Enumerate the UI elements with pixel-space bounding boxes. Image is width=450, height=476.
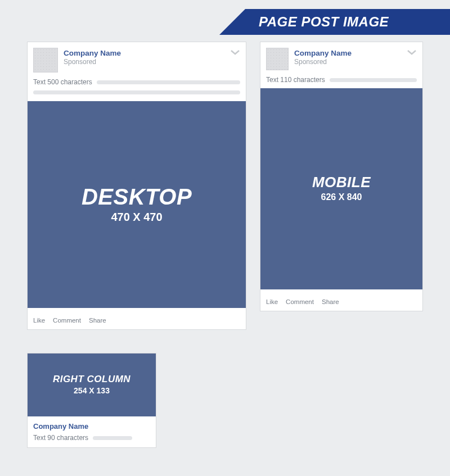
company-name[interactable]: Company Name (33, 422, 150, 430)
image-title: DESKTOP (82, 185, 192, 208)
text-bar-icon (93, 436, 132, 440)
image-title: MOBILE (312, 175, 371, 189)
card-right-column: RIGHT COLUMN 254 X 133 Company Name Text… (27, 353, 156, 448)
text-char-label: Text 90 characters (33, 434, 88, 442)
text-char-label: Text 110 characters (266, 76, 325, 84)
post-header: Company Name Sponsored (33, 48, 240, 72)
chevron-down-icon[interactable] (230, 49, 240, 56)
name-block: Company Name Sponsored (294, 48, 352, 66)
card-mobile: Company Name Sponsored Text 110 characte… (260, 42, 423, 311)
image-dimensions: 626 X 840 (321, 192, 362, 202)
cards-row: Company Name Sponsored Text 500 characte… (27, 42, 423, 330)
post-actions: Like Comment Share (266, 297, 417, 305)
image-dimensions: 254 X 133 (74, 386, 110, 396)
image-placeholder-mobile: MOBILE 626 X 840 (260, 88, 422, 289)
text-bar-icon (33, 90, 240, 94)
name-block: Company Name Sponsored (64, 48, 121, 66)
text-char-line: Text 110 characters (266, 76, 417, 84)
comment-link[interactable]: Comment (53, 317, 81, 324)
avatar-placeholder (33, 48, 58, 72)
sponsored-label: Sponsored (64, 58, 121, 66)
company-name[interactable]: Company Name (294, 49, 352, 58)
like-link[interactable]: Like (33, 317, 45, 324)
post-actions: Like Comment Share (33, 316, 240, 324)
image-title: RIGHT COLUMN (53, 374, 130, 384)
image-placeholder-right: RIGHT COLUMN 254 X 133 (28, 353, 156, 416)
text-char-line: Text 90 characters (33, 434, 150, 442)
chevron-down-icon[interactable] (407, 49, 417, 56)
share-link[interactable]: Share (89, 317, 106, 324)
card-desktop: Company Name Sponsored Text 500 characte… (27, 42, 246, 330)
text-bar-icon (97, 80, 240, 84)
text-bar-icon (330, 78, 417, 82)
post-header: Company Name Sponsored (266, 48, 417, 70)
avatar-placeholder (266, 48, 289, 70)
image-placeholder-desktop: DESKTOP 470 X 470 (28, 101, 246, 308)
text-char-label: Text 500 characters (33, 78, 92, 86)
company-name[interactable]: Company Name (64, 49, 121, 58)
share-link[interactable]: Share (322, 298, 339, 305)
comment-link[interactable]: Comment (286, 298, 314, 305)
text-char-line: Text 500 characters (33, 78, 240, 86)
banner: PAGE POST IMAGE (219, 9, 450, 35)
like-link[interactable]: Like (266, 298, 278, 305)
sponsored-label: Sponsored (294, 58, 352, 66)
banner-title: PAGE POST IMAGE (219, 9, 450, 35)
image-dimensions: 470 X 470 (111, 210, 162, 224)
